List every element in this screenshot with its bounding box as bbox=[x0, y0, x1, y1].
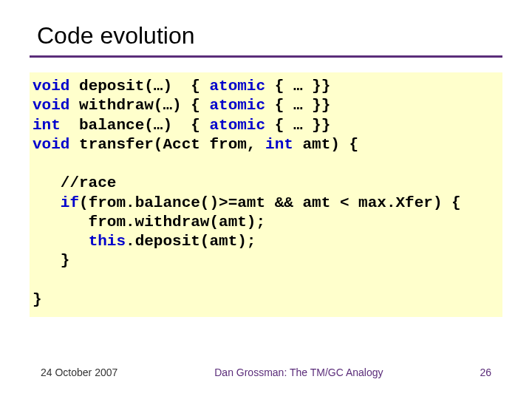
code-text: withdraw(…) { bbox=[69, 97, 209, 114]
code-kw-this: this bbox=[89, 233, 126, 250]
slide-footer: 24 October 2007 Dan Grossman: The TM/GC … bbox=[0, 366, 532, 378]
code-kw-int: int bbox=[265, 136, 293, 153]
code-comment: //race bbox=[33, 174, 116, 191]
code-text: { … }} bbox=[265, 117, 330, 134]
title-underline bbox=[30, 55, 502, 58]
footer-author-title: Dan Grossman: The TM/GC Analogy bbox=[214, 366, 383, 378]
code-text: from.withdraw(amt); bbox=[33, 214, 265, 231]
code-text: (from.balance()>=amt && amt < max.Xfer) … bbox=[79, 194, 461, 211]
code-block: void deposit(…) { atomic { … }} void wit… bbox=[30, 72, 502, 317]
code-text: amt) { bbox=[293, 136, 358, 153]
code-kw-void: void bbox=[33, 78, 69, 95]
code-kw-void: void bbox=[33, 97, 69, 114]
code-text: { … }} bbox=[265, 97, 330, 114]
code-text: transfer(Acct from, bbox=[69, 136, 265, 153]
code-text bbox=[33, 194, 61, 211]
footer-page-number: 26 bbox=[480, 366, 491, 378]
footer-date: 24 October 2007 bbox=[41, 366, 117, 378]
code-text: } bbox=[33, 291, 42, 308]
code-text: { … }} bbox=[265, 78, 330, 95]
slide-title: Code evolution bbox=[37, 22, 502, 50]
code-kw-atomic: atomic bbox=[209, 97, 265, 114]
code-text bbox=[33, 233, 89, 250]
code-text: balance(…) { bbox=[61, 117, 210, 134]
code-text: } bbox=[33, 252, 69, 269]
code-kw-atomic: atomic bbox=[209, 78, 265, 95]
code-kw-if: if bbox=[61, 194, 79, 211]
code-kw-void: void bbox=[33, 136, 69, 153]
code-kw-int: int bbox=[33, 117, 61, 134]
code-kw-atomic: atomic bbox=[209, 117, 265, 134]
code-text: .deposit(amt); bbox=[126, 233, 256, 250]
code-text: deposit(…) { bbox=[69, 78, 209, 95]
